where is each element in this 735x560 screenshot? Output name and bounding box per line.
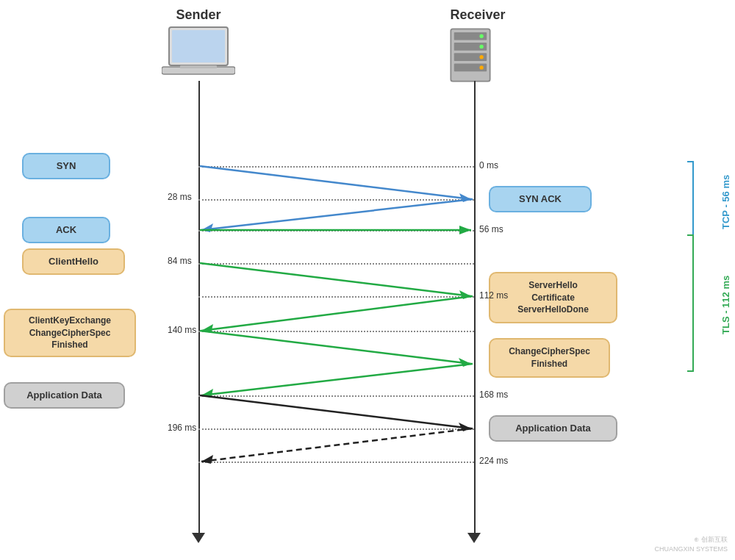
svg-point-10 — [479, 45, 483, 49]
svg-marker-14 — [459, 193, 471, 202]
msg-syn: SYN — [22, 153, 110, 179]
diagram-container: Sender Receiver — [0, 0, 735, 560]
hline-28ms — [198, 199, 474, 201]
svg-line-23 — [200, 331, 471, 364]
hline-112ms — [198, 296, 474, 298]
sender-label: Sender — [169, 7, 228, 23]
svg-line-19 — [200, 263, 471, 296]
time-112ms: 112 ms — [479, 290, 508, 301]
time-224ms: 224 ms — [479, 456, 508, 466]
time-168ms: 168 ms — [479, 390, 508, 400]
receiver-timeline — [474, 81, 476, 536]
hline-84ms — [198, 263, 474, 265]
svg-rect-1 — [172, 30, 225, 62]
msg-app-data-right: Application Data — [489, 415, 617, 442]
sender-timeline — [198, 81, 200, 536]
time-56ms: 56 ms — [479, 224, 503, 234]
tcp-bracket — [673, 158, 695, 239]
svg-line-13 — [200, 166, 471, 199]
time-140ms: 140 ms — [168, 325, 196, 335]
watermark: ⊕ 创新互联CHUANGXIN SYSTEMS — [654, 535, 728, 553]
svg-marker-28 — [459, 423, 471, 431]
msg-client-hello: ClientHello — [22, 248, 125, 275]
time-28ms: 28 ms — [168, 192, 192, 202]
svg-marker-24 — [459, 358, 471, 367]
receiver-arrow-down — [467, 533, 481, 543]
hline-140ms — [198, 331, 474, 332]
tcp-label: TCP - 56 ms — [720, 173, 731, 231]
svg-line-25 — [201, 364, 473, 395]
receiver-label: Receiver — [441, 7, 514, 23]
server-icon — [445, 26, 496, 85]
time-196ms: 196 ms — [168, 423, 196, 433]
hline-196ms — [198, 428, 474, 430]
hline-0ms — [198, 166, 474, 168]
svg-rect-3 — [180, 65, 217, 68]
tls-bracket — [673, 231, 695, 375]
svg-point-11 — [479, 55, 483, 59]
svg-line-29 — [201, 428, 473, 462]
sender-arrow-down — [192, 533, 205, 543]
laptop-icon — [162, 26, 235, 77]
hline-224ms — [198, 462, 474, 463]
hline-56ms — [198, 230, 474, 231]
msg-app-data-left: Application Data — [4, 382, 125, 409]
svg-point-12 — [479, 65, 483, 69]
tls-label: TLS - 112 ms — [720, 261, 731, 349]
hline-168ms — [198, 395, 474, 397]
time-84ms: 84 ms — [168, 256, 192, 266]
arrows-svg — [0, 0, 735, 560]
svg-line-15 — [201, 199, 473, 230]
svg-point-9 — [479, 35, 483, 38]
time-0ms: 0 ms — [479, 160, 498, 170]
svg-line-27 — [200, 395, 471, 428]
svg-marker-20 — [459, 290, 471, 299]
msg-change-cipher-spec: ChangeCipherSpec Finished — [489, 338, 610, 378]
msg-ack: ACK — [22, 217, 110, 243]
msg-syn-ack: SYN ACK — [489, 186, 592, 212]
svg-line-21 — [201, 296, 473, 331]
msg-client-key-exchange: ClientKeyExchange ChangeCipherSpec Finis… — [4, 309, 136, 357]
